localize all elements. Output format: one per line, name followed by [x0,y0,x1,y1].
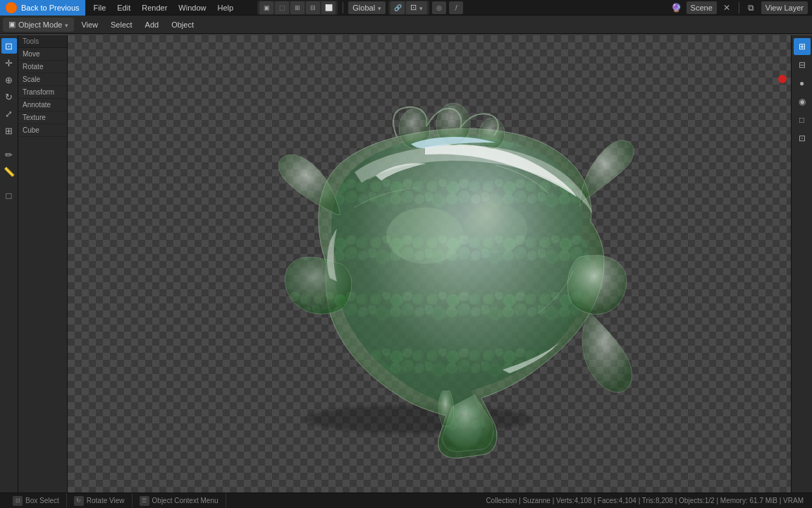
rendered-view-btn[interactable]: ◉ [794,93,811,110]
panel-item-annotate[interactable]: Annotate [18,99,67,111]
wireframe-view-btn[interactable]: ⊡ [794,130,811,147]
object-menu-btn[interactable]: Object [166,18,199,32]
snap-dropdown[interactable]: ⊡ [406,1,427,14]
top-menu-bar: Back to Previous File Edit Render Window… [0,0,812,16]
toolbar-separator-1 [343,2,343,13]
status-info-text: Collection | Suzanne | Verts:4,108 | Fac… [486,497,804,504]
layout-icon-2[interactable]: ⬚ [275,1,289,14]
view-layer-label: View Layer [765,4,804,12]
panel-item-move[interactable]: Move [18,48,67,61]
suzanne-model-svg [199,66,636,461]
top-bump-3 [479,118,505,149]
cursor-tool-btn[interactable]: ✛ [1,55,17,71]
snap-group: 🔗 ⊡ [388,1,429,15]
face-shadow-area-2 [464,204,527,253]
select-tool-btn[interactable]: ⊡ [1,38,17,54]
back-to-previous-button[interactable]: Back to Previous [0,0,85,16]
top-right-sep [739,2,739,13]
menu-file[interactable]: File [88,0,112,16]
status-box-select: ⊡ Box Select [6,493,67,508]
left-properties-panel: Tools Move Rotate Scale Transform Annota… [18,35,68,492]
proportional-edit-btn[interactable]: ◎ [432,1,446,14]
mode-name-label: Object Mode [18,20,62,29]
menu-render[interactable]: Render [136,0,173,16]
rotate-view-icon: ↻ [74,496,84,506]
model-shadow [305,405,531,433]
right-ear-path [567,255,627,315]
suzanne-body [278,103,634,458]
top-center-toolbar: ▣ ⬚ ⊞ ⊟ ⬜ Global 🔗 ⊡ ◎ 𝑓 [257,1,463,15]
box-select-label: Box Select [25,497,59,504]
transform-pivot-chevron [378,4,381,12]
panel-item-cube[interactable]: Cube [18,124,67,137]
box-select-icon: ⊡ [13,496,23,506]
layout-icon-4[interactable]: ⊟ [306,1,320,14]
layout-icon-1[interactable]: ▣ [259,1,273,14]
viewport-shading-btn[interactable]: ● [794,75,811,92]
snap-icon: ⊡ [410,3,417,12]
viewport-overlay-btn[interactable]: ⊟ [794,56,811,73]
add-cube-btn[interactable]: □ [1,188,17,203]
top-menu-items: File Edit Render Window Help [88,0,240,15]
extra-btn[interactable]: 𝑓 [449,1,463,14]
right-properties-panel: ⊞ ⊟ ● ◉ □ ⊡ [791,35,812,492]
status-bar: ⊡ Box Select ↻ Rotate View ☰ Object Cont… [0,492,812,508]
3d-model-container [199,66,636,461]
status-context-menu: ☰ Object Context Menu [133,493,226,508]
3d-viewport[interactable] [68,35,812,492]
mode-selector-label: ▣ [8,20,16,29]
panel-item-transform[interactable]: Transform [18,86,67,99]
mode-chevron [65,20,68,29]
layout-icon-5[interactable]: ⬜ [321,1,336,14]
add-menu-btn[interactable]: Add [140,18,165,32]
panel-header-tools: Tools [18,35,67,48]
select-menu-btn[interactable]: Select [105,18,138,32]
back-to-previous-label: Back to Previous [21,4,80,12]
move-tool-btn[interactable]: ⊕ [1,72,17,87]
menu-help[interactable]: Help [211,0,239,16]
left-ear-foliage [285,258,351,314]
right-lower-arm [582,313,632,392]
context-menu-icon: ☰ [140,496,149,506]
context-menu-label: Object Context Menu [152,497,219,504]
face-shadow-area [386,207,464,264]
snap-chevron [419,4,423,12]
view-menu-btn[interactable]: View [75,18,104,32]
measure-tool-btn[interactable]: 📏 [1,164,17,179]
snap-magnet-icon[interactable]: 🔗 [390,1,405,14]
menu-edit[interactable]: Edit [111,0,136,16]
menu-window[interactable]: Window [173,0,211,16]
status-info-bar: Collection | Suzanne | Verts:4,108 | Fac… [486,497,806,504]
panel-item-scale[interactable]: Scale [18,73,67,86]
solid-view-btn[interactable]: □ [794,111,811,128]
top-right-area: 🔮 Scene ✕ ⧉ View Layer [670,1,812,14]
rotate-view-label: Rotate View [87,497,125,504]
left-toolbar: ⊡ ✛ ⊕ ↻ ⤢ ⊞ ✏ 📏 □ [0,35,18,492]
blender-logo-icon [6,2,17,13]
rotate-tool-btn[interactable]: ↻ [1,89,17,104]
render-engine-icon[interactable]: 🔮 [670,1,684,14]
scene-label: Scene [691,4,713,12]
transform-pivot-dropdown[interactable]: Global [348,1,386,14]
recording-indicator [778,75,787,83]
panel-item-rotate[interactable]: Rotate [18,61,67,73]
status-rotate-view: ↻ Rotate View [67,493,133,508]
annotate-tool-btn[interactable]: ✏ [1,147,17,162]
viewport-header-bar: ▣ Object Mode View Select Add Object [0,16,812,34]
layout-icons-group: ▣ ⬚ ⊞ ⊟ ⬜ [257,1,338,15]
right-appendage [580,140,634,206]
scene-options-icon[interactable]: ✕ [720,1,734,14]
scale-tool-btn[interactable]: ⤢ [1,106,17,121]
mode-selector-dropdown[interactable]: ▣ Object Mode [3,18,74,32]
panel-item-texture[interactable]: Texture [18,111,67,124]
scene-dropdown[interactable]: Scene [687,1,717,14]
transform-tool-btn[interactable]: ⊞ [1,123,17,138]
view-layer-icon[interactable]: ⧉ [744,1,758,14]
layout-icon-3[interactable]: ⊞ [290,1,304,14]
transform-pivot-label: Global [352,4,375,12]
view-layer-dropdown[interactable]: View Layer [761,1,808,14]
tool-settings-btn[interactable]: ⊞ [794,38,811,55]
